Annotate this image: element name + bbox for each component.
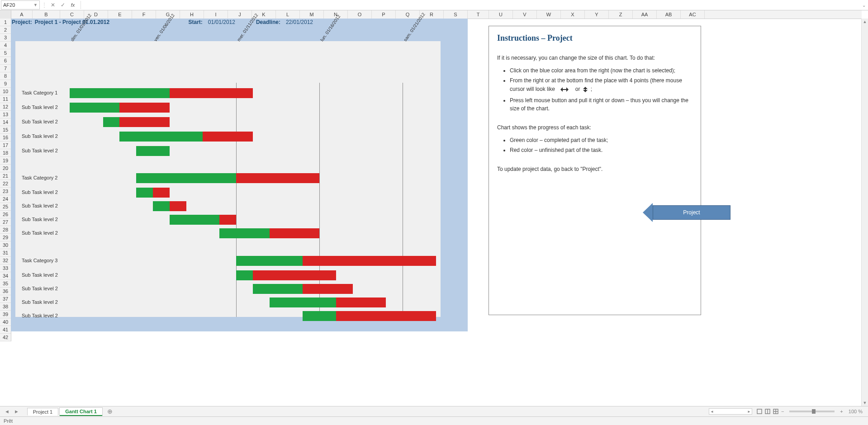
- column-header[interactable]: M: [300, 10, 324, 19]
- column-header[interactable]: AC: [681, 10, 705, 19]
- zoom-in-button[interactable]: +: [840, 409, 843, 414]
- row-header[interactable]: 4: [0, 42, 11, 49]
- row-header[interactable]: 18: [0, 149, 11, 157]
- row-header[interactable]: 9: [0, 80, 11, 88]
- column-header[interactable]: T: [468, 10, 489, 19]
- fx-button[interactable]: fx: [69, 1, 77, 9]
- horizontal-scrollbar[interactable]: ◄►: [709, 408, 752, 415]
- status-bar: Prêt: [0, 416, 868, 425]
- row-header[interactable]: 33: [0, 264, 11, 272]
- row-header[interactable]: 37: [0, 295, 11, 303]
- column-header[interactable]: V: [513, 10, 537, 19]
- zoom-slider[interactable]: [789, 411, 835, 412]
- page-break-view-icon[interactable]: [773, 409, 778, 414]
- normal-view-icon[interactable]: [757, 409, 762, 414]
- column-header[interactable]: B: [33, 10, 60, 19]
- name-box-value: AF20: [3, 2, 15, 8]
- row-header[interactable]: 39: [0, 311, 11, 318]
- row-header[interactable]: 11: [0, 95, 11, 103]
- column-header[interactable]: AA: [633, 10, 657, 19]
- scroll-up-icon[interactable]: ▲: [862, 19, 868, 25]
- row-header[interactable]: 12: [0, 103, 11, 111]
- row-header[interactable]: 21: [0, 172, 11, 180]
- row-header[interactable]: 15: [0, 126, 11, 134]
- row-header[interactable]: 6: [0, 57, 11, 65]
- cancel-formula-button[interactable]: ✕: [49, 1, 57, 9]
- row-header[interactable]: 1: [0, 19, 11, 26]
- row-header[interactable]: 24: [0, 195, 11, 203]
- row-header[interactable]: 3: [0, 34, 11, 42]
- cells[interactable]: Project: Project 1 - Project 01.01.2012 …: [11, 19, 862, 406]
- column-header[interactable]: Q: [396, 10, 420, 19]
- row-header[interactable]: 36: [0, 288, 11, 295]
- task-label: Sub Task level 2: [22, 313, 58, 318]
- vertical-scrollbar[interactable]: ▲ ▼: [861, 19, 868, 406]
- row-header[interactable]: 10: [0, 88, 11, 95]
- row-headers: 1234567891011121314151617181920212223242…: [0, 19, 11, 341]
- column-header[interactable]: I: [204, 10, 228, 19]
- row-header[interactable]: 17: [0, 142, 11, 149]
- column-header[interactable]: O: [348, 10, 372, 19]
- task-label: Sub Task level 2: [22, 203, 58, 208]
- tab-nav-prev[interactable]: ◄: [3, 409, 11, 414]
- column-header[interactable]: W: [537, 10, 561, 19]
- page-layout-view-icon[interactable]: [765, 409, 770, 414]
- column-header[interactable]: E: [108, 10, 132, 19]
- row-header[interactable]: 13: [0, 111, 11, 118]
- add-sheet-button[interactable]: ⊕: [104, 408, 116, 415]
- row-header[interactable]: 14: [0, 118, 11, 126]
- name-box[interactable]: AF20 ▼: [1, 0, 40, 9]
- row-header[interactable]: 31: [0, 249, 11, 257]
- column-header[interactable]: P: [372, 10, 396, 19]
- tab-nav-next[interactable]: ►: [12, 409, 21, 414]
- column-header[interactable]: J: [228, 10, 252, 19]
- row-header[interactable]: 2: [0, 26, 11, 34]
- row-header[interactable]: 30: [0, 241, 11, 249]
- row-header[interactable]: 28: [0, 226, 11, 234]
- scroll-down-icon[interactable]: ▼: [862, 400, 868, 406]
- separator: ⋮: [42, 2, 47, 8]
- column-header[interactable]: AB: [657, 10, 681, 19]
- confirm-formula-button[interactable]: ✓: [59, 1, 67, 9]
- row-header[interactable]: 19: [0, 157, 11, 165]
- column-header[interactable]: Z: [609, 10, 633, 19]
- row-header[interactable]: 22: [0, 180, 11, 188]
- column-header[interactable]: C: [60, 10, 84, 19]
- select-all-corner[interactable]: [0, 10, 11, 19]
- row-header[interactable]: 16: [0, 134, 11, 142]
- column-header[interactable]: U: [489, 10, 513, 19]
- row-header[interactable]: 7: [0, 65, 11, 72]
- tab-project-1[interactable]: Project 1: [27, 408, 58, 416]
- row-header[interactable]: 25: [0, 203, 11, 211]
- gantt-chart[interactable]: Project: Project 1 - Project 01.01.2012 …: [11, 19, 468, 331]
- row-header[interactable]: 23: [0, 188, 11, 195]
- row-header[interactable]: 40: [0, 318, 11, 326]
- project-arrow-button[interactable]: Project: [653, 205, 730, 220]
- column-header[interactable]: Y: [585, 10, 609, 19]
- row-header[interactable]: 20: [0, 165, 11, 172]
- row-header[interactable]: 26: [0, 211, 11, 218]
- bar-remaining: [153, 188, 170, 198]
- row-header[interactable]: 27: [0, 218, 11, 226]
- row-header[interactable]: 32: [0, 257, 11, 264]
- column-header[interactable]: F: [132, 10, 156, 19]
- row-header[interactable]: 29: [0, 234, 11, 241]
- column-header[interactable]: A: [11, 10, 33, 19]
- formula-input[interactable]: [81, 1, 859, 9]
- column-header[interactable]: X: [561, 10, 585, 19]
- task-label: Sub Task level 2: [22, 148, 58, 153]
- zoom-out-button[interactable]: −: [781, 409, 784, 414]
- formula-expand-button[interactable]: ⌄: [861, 3, 867, 8]
- row-header[interactable]: 42: [0, 334, 11, 341]
- column-header[interactable]: S: [444, 10, 468, 19]
- row-header[interactable]: 34: [0, 272, 11, 280]
- tab-gantt-chart-1[interactable]: Gantt Chart 1: [59, 407, 103, 416]
- column-header[interactable]: H: [180, 10, 204, 19]
- column-header[interactable]: L: [276, 10, 300, 19]
- zoom-level[interactable]: 100 %: [849, 409, 863, 414]
- row-header[interactable]: 35: [0, 280, 11, 288]
- row-header[interactable]: 8: [0, 72, 11, 80]
- row-header[interactable]: 38: [0, 303, 11, 311]
- row-header[interactable]: 41: [0, 326, 11, 334]
- row-header[interactable]: 5: [0, 49, 11, 57]
